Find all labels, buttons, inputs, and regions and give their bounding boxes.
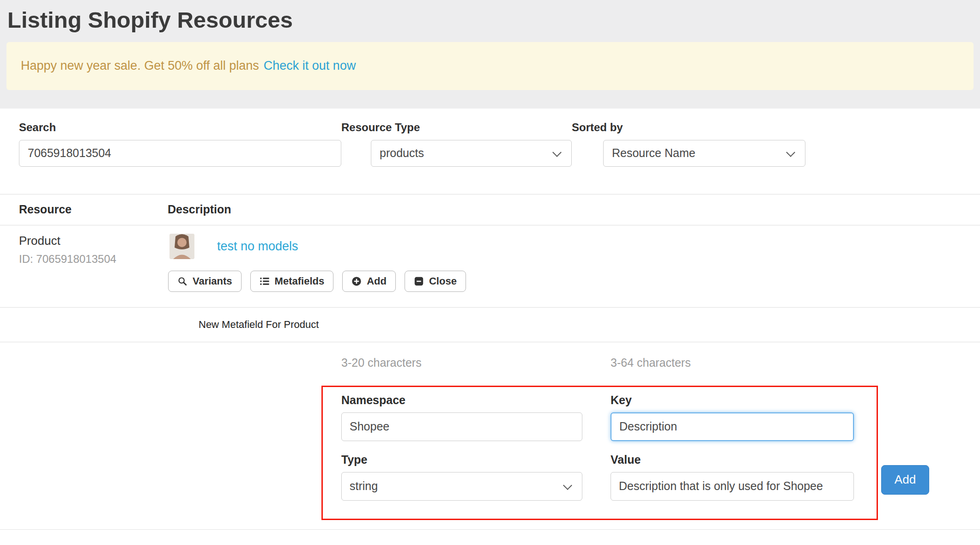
promo-link[interactable]: Check it out now [264,59,356,73]
add-button-label: Add [367,275,387,287]
chevron-down-icon [552,148,562,157]
resource-type-selected-value: products [380,146,424,160]
namespace-hint: 3-20 characters [341,356,422,369]
close-button[interactable]: Close [405,271,466,292]
magnifier-icon [177,276,188,286]
product-link[interactable]: test no models [217,239,298,254]
product-summary: test no models [169,234,980,259]
type-selected-value: string [350,479,378,493]
search-label: Search [19,121,341,134]
metafield-form-grid: Namespace Key Type string Value [323,387,877,501]
metafields-button-label: Metafields [275,275,325,287]
sorted-by-selected-value: Resource Name [612,146,696,160]
filter-row: Search Resource Type products Sorted by … [0,109,980,167]
description-column-header: Description [168,203,980,216]
add-metafield-button[interactable]: Add [342,271,396,292]
namespace-input[interactable] [341,412,582,441]
type-select[interactable]: string [341,472,582,501]
list-icon [260,276,270,286]
minus-square-icon [414,276,424,286]
content-panel: Search Resource Type products Sorted by … [0,109,980,545]
resource-type-select[interactable]: products [371,140,572,167]
value-label: Value [611,453,854,466]
table-header-row: Resource Description [0,194,980,225]
value-field-group: Value [611,453,854,501]
sorted-by-select[interactable]: Resource Name [603,140,805,167]
metafield-section-title-row: New Metafield For Product [0,308,980,342]
chevron-down-icon [786,148,795,157]
search-filter-group: Search [19,121,341,167]
close-button-label: Close [429,275,457,287]
description-cell: test no models Variants Metafi [168,234,980,307]
key-hint: 3-64 characters [611,356,691,369]
resource-type-text: Product [19,234,168,248]
highlighted-form-area: Namespace Key Type string Value [321,386,878,520]
promo-banner: Happy new year sale. Get 50% off all pla… [6,42,974,90]
search-input[interactable] [19,140,341,167]
metafield-section-title: New Metafield For Product [199,319,319,331]
row-actions: Variants Metafields Ad [168,271,980,292]
plus-circle-icon [351,276,362,286]
resource-type-label: Resource Type [341,121,572,134]
metafields-button[interactable]: Metafields [250,271,334,292]
resource-type-filter-group: Resource Type products [341,121,572,167]
type-label: Type [341,453,582,466]
resource-id-text: ID: 7065918013504 [19,253,168,266]
resource-column-header: Resource [0,203,168,216]
sorted-by-label: Sorted by [572,121,805,134]
promo-message: Happy new year sale. Get 50% off all pla… [21,59,259,73]
product-thumbnail [169,234,194,259]
namespace-field-group: Namespace [341,394,582,441]
metafield-form-section: 3-20 characters 3-64 characters Namespac… [0,342,980,530]
submit-metafield-button[interactable]: Add [881,465,929,495]
resource-cell: Product ID: 7065918013504 [0,234,168,307]
type-field-group: Type string [341,453,582,501]
page-title: Listing Shopify Resources [7,6,980,35]
variants-button[interactable]: Variants [168,271,242,292]
key-label: Key [611,394,854,407]
table-row: Product ID: 7065918013504 test no models [0,225,980,308]
variants-button-label: Variants [193,275,232,287]
key-input[interactable] [611,412,854,441]
key-field-group: Key [611,394,854,441]
value-input[interactable] [611,472,854,501]
chevron-down-icon [563,481,572,490]
sorted-by-filter-group: Sorted by Resource Name [572,121,805,167]
namespace-label: Namespace [341,394,582,407]
product-photo-placeholder [169,234,194,259]
